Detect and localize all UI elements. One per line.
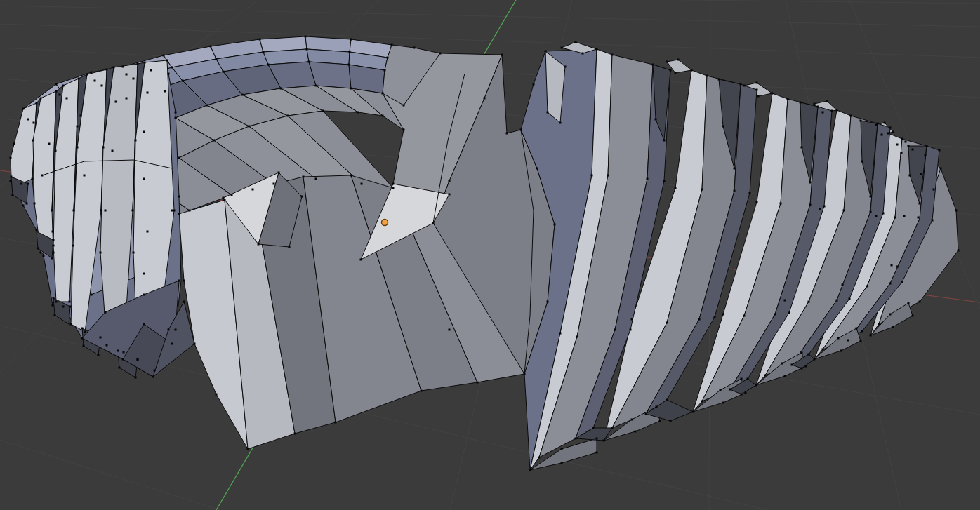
vertex-dot[interactable] — [26, 203, 28, 205]
vertex-dot[interactable] — [102, 147, 105, 149]
vertex-dot[interactable] — [72, 245, 74, 247]
vertex-dot[interactable] — [958, 250, 960, 252]
vertex-dot[interactable] — [106, 69, 108, 71]
vertex-dot[interactable] — [547, 112, 549, 114]
vertex-dot[interactable] — [675, 187, 677, 189]
vertex-dot[interactable] — [163, 55, 165, 57]
vertex-dot[interactable] — [20, 183, 22, 185]
vertex-dot[interactable] — [10, 180, 12, 182]
vertex-dot[interactable] — [901, 138, 903, 140]
vertex-dot[interactable] — [722, 402, 724, 404]
vertex-dot[interactable] — [168, 73, 170, 75]
mesh-face[interactable] — [309, 62, 351, 88]
vertex-dot[interactable] — [919, 301, 921, 303]
vertex-dot[interactable] — [106, 344, 108, 347]
vertex-dot[interactable] — [809, 204, 812, 206]
vertex-dot[interactable] — [840, 350, 842, 352]
vertex-dot[interactable] — [178, 280, 180, 282]
vertex-dot[interactable] — [892, 131, 894, 133]
vertex-dot[interactable] — [175, 112, 177, 114]
vertex-dot[interactable] — [743, 315, 746, 317]
vertex-dot[interactable] — [808, 301, 810, 303]
vertex-dot[interactable] — [603, 440, 605, 442]
vertex-dot[interactable] — [860, 120, 862, 122]
vertex-dot[interactable] — [925, 154, 927, 156]
vertex-dot[interactable] — [749, 192, 751, 194]
vertex-dot[interactable] — [561, 462, 563, 464]
vertex-dot[interactable] — [647, 178, 649, 180]
origin-dot[interactable] — [382, 220, 388, 226]
vertex-dot[interactable] — [741, 378, 743, 380]
vertex-dot[interactable] — [53, 297, 55, 300]
vertex-dot[interactable] — [168, 329, 170, 331]
vertex-dot[interactable] — [837, 337, 840, 340]
vertex-dot[interactable] — [659, 420, 661, 422]
vertex-dot[interactable] — [52, 231, 54, 233]
vertex-dot[interactable] — [635, 431, 637, 433]
vertex-dot[interactable] — [51, 210, 53, 212]
vertex-dot[interactable] — [231, 194, 233, 196]
vertex-dot[interactable] — [91, 294, 93, 296]
vertex-dot[interactable] — [919, 203, 921, 205]
vertex-dot[interactable] — [84, 331, 86, 333]
vertex-dot[interactable] — [69, 301, 71, 303]
vertex-dot[interactable] — [86, 74, 88, 76]
vertex-dot[interactable] — [787, 98, 789, 100]
vertex-dot[interactable] — [41, 175, 44, 177]
vertex-dot[interactable] — [263, 51, 265, 53]
vertex-dot[interactable] — [896, 144, 899, 146]
vertex-dot[interactable] — [875, 215, 878, 217]
vertex-dot[interactable] — [122, 66, 124, 68]
vertex-dot[interactable] — [54, 314, 56, 316]
vertex-dot[interactable] — [183, 280, 185, 282]
vertex-dot[interactable] — [670, 69, 672, 72]
vertex-dot[interactable] — [901, 281, 903, 283]
vertex-dot[interactable] — [889, 127, 892, 129]
vertex-dot[interactable] — [870, 211, 872, 213]
vertex-dot[interactable] — [734, 168, 736, 170]
vertex-dot[interactable] — [22, 108, 25, 110]
vertex-dot[interactable] — [166, 60, 168, 62]
vertex-dot[interactable] — [887, 133, 889, 135]
vertex-dot[interactable] — [894, 217, 896, 219]
vertex-dot[interactable] — [175, 329, 177, 331]
vertex-dot[interactable] — [66, 98, 68, 100]
vertex-dot[interactable] — [335, 422, 337, 424]
vertex-dot[interactable] — [303, 176, 305, 178]
vertex-dot[interactable] — [822, 112, 824, 114]
vertex-dot[interactable] — [547, 301, 549, 303]
vertex-dot[interactable] — [382, 93, 384, 95]
vertex-dot[interactable] — [413, 47, 416, 49]
vertex-dot[interactable] — [870, 196, 872, 198]
vertex-dot[interactable] — [554, 224, 556, 226]
vertex-dot[interactable] — [32, 178, 34, 180]
vertex-dot[interactable] — [645, 413, 647, 415]
vertex-dot[interactable] — [861, 161, 863, 163]
vertex-dot[interactable] — [273, 183, 275, 185]
vertex-dot[interactable] — [529, 469, 531, 471]
vertex-dot[interactable] — [714, 316, 716, 318]
vertex-dot[interactable] — [836, 300, 838, 302]
vertex-dot[interactable] — [926, 145, 928, 147]
vertex-dot[interactable] — [559, 333, 562, 335]
vertex-dot[interactable] — [350, 88, 352, 90]
vertex-dot[interactable] — [780, 203, 782, 205]
vertex-dot[interactable] — [143, 131, 145, 133]
vertex-dot[interactable] — [757, 95, 760, 98]
vertex-dot[interactable] — [630, 329, 632, 331]
vertex-dot[interactable] — [439, 53, 442, 55]
vertex-dot[interactable] — [247, 448, 249, 450]
vertex-dot[interactable] — [223, 197, 225, 199]
vertex-dot[interactable] — [382, 115, 384, 117]
vertex-dot[interactable] — [48, 143, 51, 145]
vertex-dot[interactable] — [920, 173, 922, 175]
vertex-dot[interactable] — [720, 389, 722, 391]
vertex-dot[interactable] — [575, 41, 577, 43]
vertex-dot[interactable] — [536, 168, 538, 170]
vertex-dot[interactable] — [294, 433, 296, 435]
vertex-dot[interactable] — [677, 59, 680, 61]
vertex-dot[interactable] — [903, 215, 906, 217]
vertex-dot[interactable] — [814, 103, 816, 105]
vertex-dot[interactable] — [357, 112, 359, 114]
vertex-dot[interactable] — [836, 109, 838, 112]
